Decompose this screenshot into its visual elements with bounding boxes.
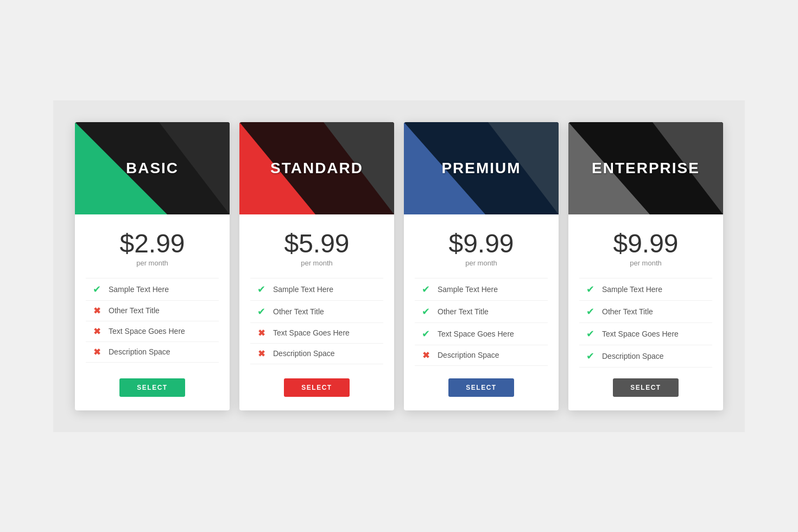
feature-text: Sample Text Here bbox=[109, 285, 169, 294]
check-icon: ✔ bbox=[585, 328, 596, 340]
feature-row: ✖Text Space Goes Here bbox=[250, 323, 383, 344]
feature-text: Sample Text Here bbox=[273, 285, 333, 294]
feature-row: ✔Sample Text Here bbox=[415, 278, 548, 301]
feature-text: Text Space Goes Here bbox=[109, 327, 185, 335]
pricing-card-basic: BASIC$2.99per month✔Sample Text Here✖Oth… bbox=[75, 122, 230, 410]
feature-row: ✖Other Text Title bbox=[86, 301, 219, 321]
feature-text: Other Text Title bbox=[602, 307, 653, 316]
check-icon: ✔ bbox=[585, 306, 596, 318]
feature-text: Other Text Title bbox=[109, 306, 160, 315]
feature-text: Description Space bbox=[602, 352, 664, 360]
check-icon: ✔ bbox=[420, 306, 431, 318]
plan-period-basic: per month bbox=[136, 259, 168, 267]
feature-text: Sample Text Here bbox=[602, 285, 662, 294]
card-header-enterprise: ENTERPRISE bbox=[568, 122, 723, 214]
feature-row: ✔Other Text Title bbox=[579, 301, 712, 323]
pricing-card-standard: STANDARD$5.99per month✔Sample Text Here✔… bbox=[239, 122, 394, 410]
check-icon: ✔ bbox=[256, 283, 267, 295]
feature-text: Text Space Goes Here bbox=[438, 330, 514, 338]
feature-row: ✖Text Space Goes Here bbox=[86, 321, 219, 342]
features-list-standard: ✔Sample Text Here✔Other Text Title✖Text … bbox=[250, 278, 383, 364]
cross-icon: ✖ bbox=[91, 326, 102, 337]
check-icon: ✔ bbox=[420, 328, 431, 340]
plan-title-standard: STANDARD bbox=[239, 160, 394, 177]
feature-row: ✔Text Space Goes Here bbox=[415, 323, 548, 345]
feature-text: Other Text Title bbox=[438, 307, 489, 316]
select-button-enterprise[interactable]: SELECT bbox=[613, 378, 678, 397]
card-header-basic: BASIC bbox=[75, 122, 230, 214]
feature-row: ✔Text Space Goes Here bbox=[579, 323, 712, 345]
feature-text: Sample Text Here bbox=[438, 285, 498, 294]
plan-price-basic: $2.99 bbox=[119, 231, 185, 257]
select-button-basic[interactable]: SELECT bbox=[119, 378, 185, 397]
card-body-enterprise: $9.99per month✔Sample Text Here✔Other Te… bbox=[568, 214, 723, 410]
feature-row: ✔Other Text Title bbox=[250, 301, 383, 323]
cross-icon: ✖ bbox=[91, 306, 102, 316]
card-body-premium: $9.99per month✔Sample Text Here✔Other Te… bbox=[404, 214, 559, 410]
features-list-enterprise: ✔Sample Text Here✔Other Text Title✔Text … bbox=[579, 278, 712, 368]
cross-icon: ✖ bbox=[256, 349, 267, 359]
plan-period-premium: per month bbox=[465, 259, 497, 267]
feature-row: ✔Other Text Title bbox=[415, 301, 548, 323]
check-icon: ✔ bbox=[91, 283, 102, 295]
card-body-basic: $2.99per month✔Sample Text Here✖Other Te… bbox=[75, 214, 230, 410]
feature-text: Description Space bbox=[438, 351, 499, 359]
select-button-standard[interactable]: SELECT bbox=[284, 378, 349, 397]
plan-title-premium: PREMIUM bbox=[404, 160, 559, 177]
feature-text: Text Space Goes Here bbox=[273, 328, 350, 337]
check-icon: ✔ bbox=[256, 306, 267, 318]
select-button-premium[interactable]: SELECT bbox=[448, 378, 514, 397]
features-list-premium: ✔Sample Text Here✔Other Text Title✔Text … bbox=[415, 278, 548, 366]
card-header-premium: PREMIUM bbox=[404, 122, 559, 214]
pricing-container: BASIC$2.99per month✔Sample Text Here✖Oth… bbox=[53, 100, 745, 432]
feature-text: Text Space Goes Here bbox=[602, 330, 679, 338]
check-icon: ✔ bbox=[585, 283, 596, 295]
cross-icon: ✖ bbox=[256, 328, 267, 338]
card-header-standard: STANDARD bbox=[239, 122, 394, 214]
features-list-basic: ✔Sample Text Here✖Other Text Title✖Text … bbox=[86, 278, 219, 363]
plan-price-enterprise: $9.99 bbox=[613, 231, 678, 257]
plan-price-premium: $9.99 bbox=[448, 231, 514, 257]
feature-row: ✖Description Space bbox=[250, 344, 383, 364]
check-icon: ✔ bbox=[420, 283, 431, 295]
card-body-standard: $5.99per month✔Sample Text Here✔Other Te… bbox=[239, 214, 394, 410]
pricing-card-enterprise: ENTERPRISE$9.99per month✔Sample Text Her… bbox=[568, 122, 723, 410]
plan-price-standard: $5.99 bbox=[284, 231, 349, 257]
plan-period-standard: per month bbox=[301, 259, 333, 267]
feature-row: ✔Description Space bbox=[579, 345, 712, 368]
cross-icon: ✖ bbox=[420, 350, 431, 360]
plan-title-enterprise: ENTERPRISE bbox=[568, 160, 723, 177]
pricing-card-premium: PREMIUM$9.99per month✔Sample Text Here✔O… bbox=[404, 122, 559, 410]
feature-row: ✔Sample Text Here bbox=[250, 278, 383, 301]
feature-row: ✔Sample Text Here bbox=[86, 278, 219, 301]
feature-row: ✖Description Space bbox=[86, 342, 219, 363]
feature-text: Other Text Title bbox=[273, 307, 324, 316]
feature-row: ✔Sample Text Here bbox=[579, 278, 712, 301]
plan-title-basic: BASIC bbox=[75, 160, 230, 177]
check-icon: ✔ bbox=[585, 350, 596, 362]
feature-text: Description Space bbox=[273, 349, 335, 358]
feature-row: ✖Description Space bbox=[415, 345, 548, 366]
feature-text: Description Space bbox=[109, 347, 170, 356]
plan-period-enterprise: per month bbox=[630, 259, 662, 267]
cross-icon: ✖ bbox=[91, 347, 102, 357]
